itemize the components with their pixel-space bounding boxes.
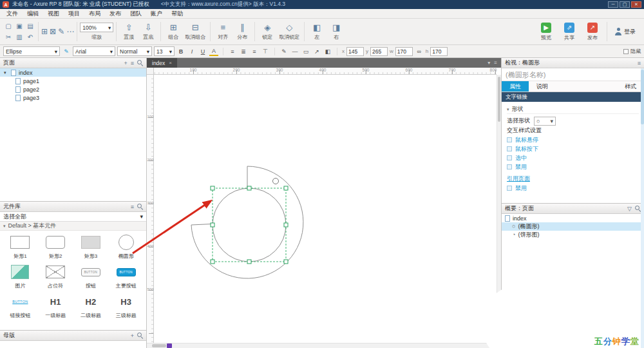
pen-tool-icon[interactable]: ✎ [58, 27, 64, 36]
close-button[interactable]: ✕ [631, 1, 641, 8]
library-item-rect3[interactable]: 矩形3 [73, 232, 109, 262]
handle-e[interactable] [284, 223, 288, 227]
tab-list-icon[interactable]: ▾ [488, 60, 490, 66]
unlock-button[interactable]: ◇ 取消锁定 [277, 20, 301, 43]
border-rect-icon[interactable]: ▭ [301, 46, 310, 56]
library-item-h1[interactable]: H1 一级标题 [38, 291, 73, 321]
page-row-page2[interactable]: page2 [0, 85, 146, 93]
vertical-align-icon[interactable]: ⊤ [261, 46, 270, 56]
disabled-style-link[interactable]: 禁用 [507, 162, 639, 171]
menu-edit[interactable]: 编辑 [23, 10, 43, 18]
font-weight-select[interactable]: Normal ▾ [117, 46, 152, 56]
align-left-text-icon[interactable]: ≡ [228, 46, 237, 56]
hide-checkbox[interactable] [623, 49, 629, 54]
login-button[interactable]: 登录 [610, 20, 641, 43]
align-right-button[interactable]: ◨ 右 [327, 20, 346, 43]
handle-n[interactable] [247, 186, 251, 190]
search-icon[interactable] [635, 206, 641, 211]
arrow-style-icon[interactable]: ↗ [312, 46, 321, 56]
h-input[interactable] [430, 47, 448, 56]
cut-icon[interactable]: ✂ [3, 32, 14, 43]
menu-arrange[interactable]: 布局 [84, 10, 105, 18]
font-size-select[interactable]: 13 ▾ [154, 46, 175, 56]
library-item-h2[interactable]: H2 二级标题 [73, 291, 109, 321]
handle-nw[interactable] [211, 186, 214, 190]
handle-sw[interactable] [211, 260, 214, 264]
canvas-content[interactable] [154, 75, 497, 343]
library-item-h3[interactable]: H3 三级标题 [108, 291, 144, 321]
tab-notes[interactable]: 说明 [529, 81, 556, 92]
bring-front-button[interactable]: ⇧ 置顶 [119, 20, 138, 43]
line-style-icon[interactable]: — [290, 46, 299, 56]
menu-publish[interactable]: 发布 [105, 10, 126, 18]
library-section-header[interactable]: ▾ Default > 基本元件 [0, 222, 146, 231]
filter-funnel-icon[interactable]: ▽ [627, 206, 632, 212]
handle-w[interactable] [211, 223, 214, 227]
y-input[interactable] [370, 47, 388, 56]
group-button[interactable]: ⊞ 组合 [164, 20, 183, 43]
outline-row-ellipse[interactable]: ○ (椭圆形) [502, 222, 644, 231]
library-item-rect2[interactable]: 矩形2 [38, 232, 73, 262]
mousedown-style-link[interactable]: 鼠标按下 [507, 144, 639, 153]
mouseover-style-link[interactable]: 鼠标悬停 [507, 135, 639, 144]
library-filter-select[interactable]: 选择全部 ▾ [0, 212, 146, 222]
widget-style-select[interactable]: Ellipse ▾ [3, 46, 60, 56]
tree-expand-icon[interactable]: ▾ [4, 70, 8, 75]
reference-page-link[interactable]: 引用页面 [507, 173, 639, 184]
menu-file[interactable]: 文件 [2, 10, 23, 18]
bold-button[interactable]: B [176, 46, 185, 56]
menu-help[interactable]: 帮助 [167, 10, 187, 18]
font-color-button[interactable]: A [209, 46, 218, 56]
search-icon[interactable] [137, 204, 143, 209]
maximize-button[interactable]: ▢ [620, 1, 630, 8]
search-icon[interactable] [137, 333, 143, 338]
library-item-primary-button[interactable]: BUTTON 主要按钮 [108, 262, 144, 291]
font-family-select[interactable]: Arial ▾ [73, 46, 115, 56]
close-tab-icon[interactable]: × [169, 60, 172, 66]
share-button[interactable]: ⇗ 共享 [558, 20, 581, 43]
fill-bucket-icon[interactable]: ◧ [323, 46, 332, 56]
page-row-page1[interactable]: page1 [0, 77, 146, 85]
selected-style-link[interactable]: 选中 [507, 153, 639, 162]
x-input[interactable] [346, 47, 364, 56]
library-item-image[interactable]: 图片 [3, 262, 38, 291]
disable-link[interactable]: 禁用 [507, 184, 639, 193]
library-item-placeholder[interactable]: 占位符 [38, 262, 73, 291]
select-mode-icon[interactable]: ⊞ [41, 27, 48, 36]
library-item-link-button[interactable]: BUTTON 链接按钮 [3, 291, 38, 321]
underline-button[interactable]: U [198, 46, 207, 56]
library-item-hline2[interactable] [38, 321, 73, 330]
menu-team[interactable]: 团队 [126, 10, 146, 18]
page-row-index[interactable]: ▾ index [0, 68, 146, 77]
pie-angle-handle[interactable] [273, 179, 279, 184]
open-file-icon[interactable]: ▣ [14, 21, 24, 32]
send-back-button[interactable]: ⇩ 置底 [138, 20, 158, 43]
menu-project[interactable]: 项目 [64, 10, 84, 18]
outline-row-pie[interactable]: ◔ (饼形图) [502, 231, 644, 239]
library-item-hline[interactable] [3, 321, 38, 330]
search-icon[interactable] [137, 60, 143, 66]
pages-menu-icon[interactable]: ≡ [131, 60, 134, 66]
lock-button[interactable]: ◈ 锁定 [258, 20, 277, 43]
inspector-menu-icon[interactable]: ≡ [638, 60, 641, 66]
align-button[interactable]: ≡ 对齐 [213, 20, 232, 43]
new-file-icon[interactable]: ▢ [3, 21, 14, 32]
library-item-button[interactable]: BUTTON 按钮 [73, 262, 109, 291]
widget-name-input[interactable] [502, 68, 644, 81]
italic-button[interactable]: I [187, 46, 196, 56]
canvas-tab-index[interactable]: index × [147, 58, 177, 68]
add-page-icon[interactable]: + [124, 60, 127, 66]
align-left-button[interactable]: ◧ 左 [307, 20, 327, 43]
preview-button[interactable]: ▶ 预览 [535, 20, 558, 43]
align-right-text-icon[interactable]: ≡ [250, 46, 259, 56]
zoom-select[interactable]: 100% ▾ [80, 23, 113, 32]
select-contain-icon[interactable]: ⊠ [50, 27, 56, 36]
handle-s[interactable] [247, 260, 251, 264]
align-center-text-icon[interactable]: ≣ [239, 46, 248, 56]
library-item-rect1[interactable]: 矩形1 [3, 232, 38, 262]
shape-section-header[interactable]: ▾ 形状 [507, 105, 639, 114]
copy-icon[interactable]: ▥ [14, 32, 24, 43]
handle-ne[interactable] [284, 186, 288, 190]
ungroup-button[interactable]: ⊟ 取消组合 [183, 20, 207, 43]
shape-select-dropdown[interactable]: ○ ▾ [534, 117, 556, 126]
